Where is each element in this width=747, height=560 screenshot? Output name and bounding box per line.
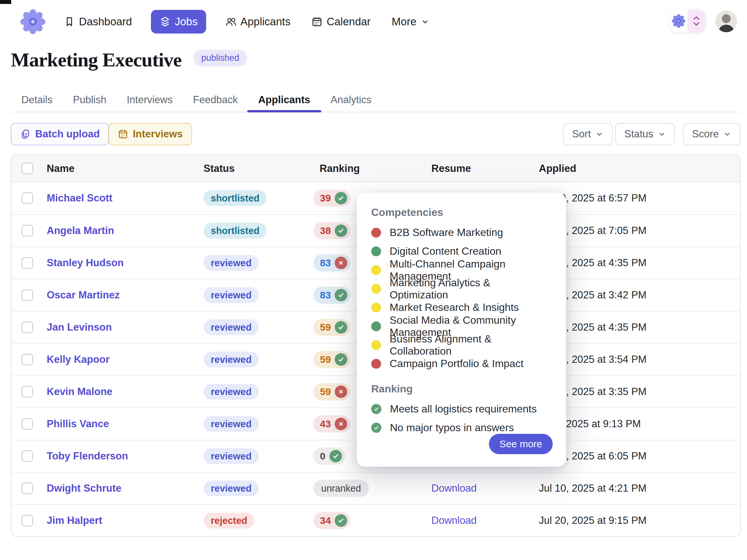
row-checkbox[interactable] xyxy=(21,289,33,301)
resume-download-link[interactable]: Download xyxy=(431,515,477,527)
chevron-down-icon xyxy=(658,130,666,138)
ranking-badge[interactable]: 59 xyxy=(313,319,351,336)
competency-item: Campaign Portfolio & Impact xyxy=(371,354,551,373)
column-header-applied[interactable]: Applied xyxy=(539,155,576,182)
calendar-icon xyxy=(311,16,323,27)
ranking-checklist: Meets all logistics requirementsNo major… xyxy=(371,400,551,437)
chevron-down-icon xyxy=(595,130,603,138)
select-all-checkbox[interactable] xyxy=(21,162,33,174)
workspace-switcher[interactable] xyxy=(670,10,705,32)
tab-interviews[interactable]: Interviews xyxy=(127,88,173,112)
resume-download-link[interactable]: Download xyxy=(431,482,477,494)
nav-item-jobs[interactable]: Jobs xyxy=(151,10,206,33)
sort-dropdown[interactable]: Sort xyxy=(563,123,613,145)
row-checkbox[interactable] xyxy=(21,515,33,527)
status-badge: shortlisted xyxy=(204,223,267,239)
ranking-badge[interactable]: 39 xyxy=(313,190,351,207)
chevron-down-icon xyxy=(421,18,429,26)
ranking-item-label: Meets all logistics requirements xyxy=(390,403,537,415)
row-checkbox[interactable] xyxy=(21,482,33,494)
rank-score: 59 xyxy=(320,354,331,365)
applicant-name-link[interactable]: Jim Halpert xyxy=(47,515,102,527)
nav-label: Jobs xyxy=(175,16,198,28)
column-header-name[interactable]: Name xyxy=(47,155,74,182)
column-header-resume[interactable]: Resume xyxy=(431,155,471,182)
applicant-name-link[interactable]: Toby Flenderson xyxy=(47,450,128,462)
row-checkbox[interactable] xyxy=(21,386,33,398)
score-filter-label: Score xyxy=(692,128,719,140)
competency-label: Marketing Analytics & Optimization xyxy=(390,277,551,301)
stack-icon xyxy=(159,16,171,27)
status-badge: shortlisted xyxy=(204,190,267,206)
score-filter-dropdown[interactable]: Score xyxy=(683,123,741,145)
rank-score: 0 xyxy=(320,451,326,462)
competency-level-dot xyxy=(371,246,381,256)
ranking-badge[interactable]: 38 xyxy=(313,222,351,239)
competency-level-dot xyxy=(371,321,381,331)
nav-item-dashboard[interactable]: Dashboard xyxy=(62,10,134,33)
status-badge: reviewed xyxy=(204,384,259,400)
row-checkbox[interactable] xyxy=(21,192,33,204)
status-filter-dropdown[interactable]: Status xyxy=(615,123,675,145)
applicant-name-link[interactable]: Kevin Malone xyxy=(47,386,112,398)
row-checkbox[interactable] xyxy=(21,321,33,333)
tab-publish[interactable]: Publish xyxy=(73,88,106,112)
applicant-name-link[interactable]: Phillis Vance xyxy=(47,418,109,430)
app-logo-flower-icon[interactable] xyxy=(20,9,45,34)
rank-check-icon xyxy=(335,192,347,205)
see-more-button[interactable]: See more xyxy=(489,434,553,454)
nav-item-calendar[interactable]: Calendar xyxy=(309,10,372,33)
competency-level-dot xyxy=(371,340,381,350)
status-badge: reviewed xyxy=(204,255,259,271)
user-avatar[interactable] xyxy=(716,10,737,32)
ranking-badge[interactable]: 83 xyxy=(313,287,351,304)
tab-analytics[interactable]: Analytics xyxy=(331,88,371,112)
interviews-button[interactable]: Interviews xyxy=(108,123,192,145)
page-header: Marketing Executive published xyxy=(11,49,247,71)
row-checkbox[interactable] xyxy=(21,225,33,237)
switcher-up-down-icon[interactable] xyxy=(688,10,705,32)
ranking-badge[interactable]: 0 xyxy=(313,448,345,465)
tab-applicants[interactable]: Applicants xyxy=(258,88,310,112)
batch-upload-button[interactable]: Batch upload xyxy=(11,123,109,145)
column-header-ranking[interactable]: Ranking xyxy=(319,155,360,182)
applicant-name-link[interactable]: Jan Levinson xyxy=(47,321,112,333)
rank-x-icon xyxy=(335,257,347,269)
row-checkbox[interactable] xyxy=(21,450,33,462)
rank-x-icon xyxy=(335,385,347,398)
row-checkbox[interactable] xyxy=(21,354,33,366)
ranking-badge[interactable]: 83 xyxy=(313,255,351,271)
rank-check-icon xyxy=(335,514,347,527)
applicant-name-link[interactable]: Dwight Schrute xyxy=(47,482,121,494)
tab-details[interactable]: Details xyxy=(21,88,53,112)
document-copy-icon xyxy=(20,129,31,139)
applicant-name-link[interactable]: Angela Martin xyxy=(47,225,114,237)
nav-label: More xyxy=(392,16,416,28)
page-title: Marketing Executive xyxy=(11,49,181,71)
check-icon xyxy=(371,404,381,414)
applicant-name-link[interactable]: Kelly Kapoor xyxy=(47,354,109,366)
nav-item-more[interactable]: More xyxy=(390,10,431,33)
rank-score: 38 xyxy=(320,225,331,236)
ranking-badge[interactable]: 59 xyxy=(313,383,351,400)
nav-label: Calendar xyxy=(327,16,370,28)
competency-label: Campaign Portfolio & Impact xyxy=(390,357,523,370)
row-checkbox[interactable] xyxy=(21,418,33,430)
applicant-name-link[interactable]: Oscar Martinez xyxy=(47,289,120,301)
ranking-badge[interactable]: 34 xyxy=(313,512,351,529)
published-status-badge: published xyxy=(193,50,247,66)
status-badge: reviewed xyxy=(204,480,259,496)
column-header-status[interactable]: Status xyxy=(204,155,235,182)
rank-score: 43 xyxy=(320,418,331,429)
nav-item-applicants[interactable]: Applicants xyxy=(223,10,292,33)
tab-feedback[interactable]: Feedback xyxy=(193,88,238,112)
ranking-badge[interactable]: 43 xyxy=(313,416,351,432)
competency-label: Digital Content Creation xyxy=(390,245,501,257)
status-badge: reviewed xyxy=(204,448,259,464)
applicant-name-link[interactable]: Stanley Hudson xyxy=(47,257,124,269)
ranking-badge[interactable]: 59 xyxy=(313,351,351,368)
row-checkbox[interactable] xyxy=(21,257,33,269)
status-badge: reviewed xyxy=(204,416,259,432)
workspace-logo-flower-icon xyxy=(670,10,688,32)
applicant-name-link[interactable]: Michael Scott xyxy=(47,192,112,204)
